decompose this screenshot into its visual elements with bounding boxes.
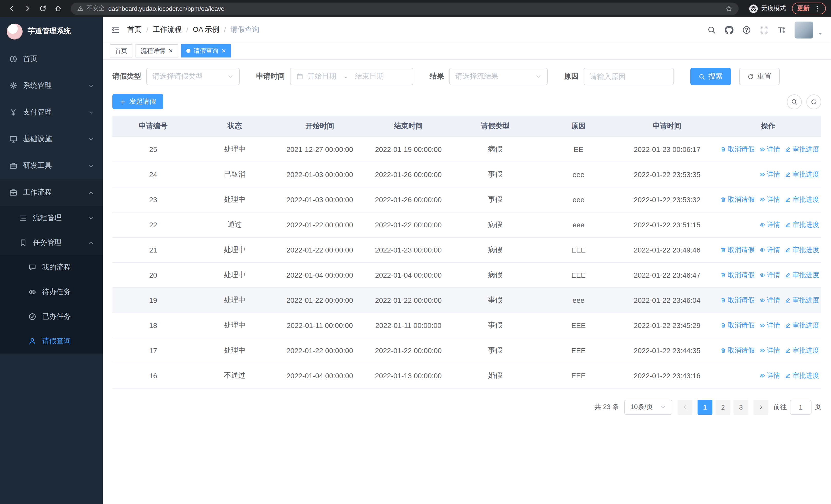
page-button-2[interactable]: 2 (716, 399, 730, 414)
eye-icon (759, 297, 765, 303)
chevron-right-icon (758, 404, 764, 410)
forward-button[interactable] (21, 2, 34, 15)
help-icon[interactable] (742, 25, 751, 34)
bookmark-star-icon[interactable] (725, 5, 733, 12)
sidebar-item-payment[interactable]: 支付管理 (0, 99, 103, 126)
action-cancel-link[interactable]: 取消请假 (720, 270, 754, 279)
user-avatar[interactable] (795, 21, 813, 38)
action-detail-link[interactable]: 详情 (759, 195, 780, 204)
font-size-icon[interactable] (777, 25, 786, 34)
action-progress-link[interactable]: 审批进度 (785, 371, 819, 380)
back-button[interactable] (5, 2, 19, 15)
breadcrumb-item[interactable]: OA 示例 (193, 25, 220, 34)
action-progress-link[interactable]: 审批进度 (785, 245, 819, 254)
kebab-menu-icon[interactable] (813, 5, 821, 12)
security-indicator[interactable]: 不安全 (77, 4, 105, 13)
action-detail-link[interactable]: 详情 (759, 245, 780, 254)
action-detail-link[interactable]: 详情 (759, 371, 780, 380)
action-progress-link[interactable]: 审批进度 (785, 346, 819, 355)
breadcrumb-item[interactable]: 工作流程 (153, 25, 182, 34)
tab-home[interactable]: 首页 (110, 44, 133, 58)
row-actions: 详情审批进度 (715, 371, 821, 380)
date-range-picker[interactable]: 开始日期 - 结束日期 (290, 68, 413, 85)
reason-input[interactable] (590, 72, 668, 81)
action-detail-link[interactable]: 详情 (759, 170, 780, 179)
sidebar-item-process-mgmt[interactable]: 流程管理 (0, 206, 103, 231)
page-button-1[interactable]: 1 (697, 399, 712, 414)
page-button-3[interactable]: 3 (734, 399, 748, 414)
close-icon[interactable]: ✕ (221, 48, 226, 54)
date-start-placeholder: 开始日期 (308, 72, 336, 81)
browser-update-button[interactable]: 更新 (792, 3, 826, 14)
user-icon (28, 337, 36, 346)
tab-process-detail[interactable]: 流程详情✕ (136, 44, 178, 58)
action-cancel-link[interactable]: 取消请假 (720, 346, 754, 355)
action-detail-link[interactable]: 详情 (759, 295, 780, 305)
sidebar-item-leave-query[interactable]: 请假查询 (0, 329, 103, 354)
action-detail-link[interactable]: 详情 (759, 321, 780, 330)
home-button[interactable] (51, 2, 65, 15)
action-detail-link[interactable]: 详情 (759, 346, 780, 355)
header-search-icon[interactable] (707, 25, 716, 34)
action-progress-link[interactable]: 审批进度 (785, 321, 819, 330)
action-progress-link[interactable]: 审批进度 (785, 195, 819, 204)
sidebar-item-devtools[interactable]: 研发工具 (0, 152, 103, 179)
cell-start: 2022-01-22 00:00:00 (276, 212, 364, 237)
sidebar-item-label: 流程管理 (33, 213, 62, 223)
reset-button[interactable]: 重置 (739, 68, 780, 85)
action-cancel-link[interactable]: 取消请假 (720, 295, 754, 305)
action-progress-link[interactable]: 审批进度 (785, 220, 819, 229)
sidebar-item-task-mgmt[interactable]: 任务管理 (0, 231, 103, 255)
breadcrumb-item[interactable]: 首页 (127, 25, 142, 34)
action-cancel-link[interactable]: 取消请假 (720, 321, 754, 330)
sidebar-item-done-tasks[interactable]: 已办任务 (0, 304, 103, 329)
apply-time-label: 申请时间 (256, 72, 285, 81)
sidebar-item-todo-tasks[interactable]: 待办任务 (0, 280, 103, 304)
action-label: 审批进度 (793, 346, 819, 355)
github-icon[interactable] (725, 25, 734, 34)
action-detail-link[interactable]: 详情 (759, 145, 780, 154)
action-cancel-link[interactable]: 取消请假 (720, 145, 754, 154)
action-detail-link[interactable]: 详情 (759, 270, 780, 279)
breadcrumb: 首页/工作流程/OA 示例/请假查询 (127, 25, 259, 34)
fullscreen-icon[interactable] (760, 25, 768, 34)
address-bar[interactable]: 不安全 dashboard.yudao.iocoder.cn/bpm/oa/le… (71, 2, 739, 14)
sidebar-item-my-process[interactable]: 我的流程 (0, 255, 103, 280)
sidebar-item-system[interactable]: 系统管理 (0, 72, 103, 99)
cell-end: 2022-01-22 00:00:00 (364, 212, 453, 237)
table-row: 20处理中2022-01-04 00:00:002022-01-04 00:00… (112, 262, 821, 288)
app-logo[interactable]: 芋道管理系统 (0, 17, 103, 46)
action-progress-link[interactable]: 审批进度 (785, 170, 819, 179)
action-cancel-link[interactable]: 取消请假 (720, 245, 754, 254)
cell-reason: EE (538, 137, 619, 162)
chevron-down-icon (88, 163, 94, 169)
sidebar-collapse-icon[interactable] (111, 25, 120, 34)
cell-applied: 2022-01-22 23:53:35 (619, 162, 715, 187)
sidebar-item-home[interactable]: 首页 (0, 46, 103, 72)
refresh-icon (747, 73, 754, 80)
action-progress-link[interactable]: 审批进度 (785, 295, 819, 305)
table-refresh-button[interactable] (806, 94, 821, 109)
result-select[interactable]: 请选择流结果 (449, 68, 548, 85)
next-page-button[interactable] (753, 399, 768, 414)
page-size-select[interactable]: 10条/页 (624, 399, 672, 414)
trash-icon (720, 146, 726, 152)
avatar-caret-icon[interactable] (818, 31, 823, 38)
action-progress-link[interactable]: 审批进度 (785, 270, 819, 279)
create-leave-button[interactable]: 发起请假 (112, 94, 163, 109)
table-search-button[interactable] (787, 94, 802, 109)
leave-type-select[interactable]: 请选择请假类型 (146, 68, 240, 85)
goto-page-input[interactable] (790, 399, 811, 414)
action-progress-link[interactable]: 审批进度 (785, 145, 819, 154)
table-row: 17处理中2022-01-22 00:00:002022-01-22 00:00… (112, 338, 821, 363)
search-button[interactable]: 搜索 (690, 68, 731, 85)
action-detail-link[interactable]: 详情 (759, 220, 780, 229)
sidebar-item-infra[interactable]: 基础设施 (0, 126, 103, 152)
close-icon[interactable]: ✕ (168, 48, 173, 54)
prev-page-button[interactable] (678, 399, 692, 414)
action-label: 审批进度 (793, 195, 819, 204)
reload-button[interactable] (36, 2, 49, 15)
sidebar-item-workflow[interactable]: 工作流程 (0, 179, 103, 206)
tab-leave-query[interactable]: 请假查询✕ (181, 44, 231, 58)
action-cancel-link[interactable]: 取消请假 (720, 195, 754, 204)
